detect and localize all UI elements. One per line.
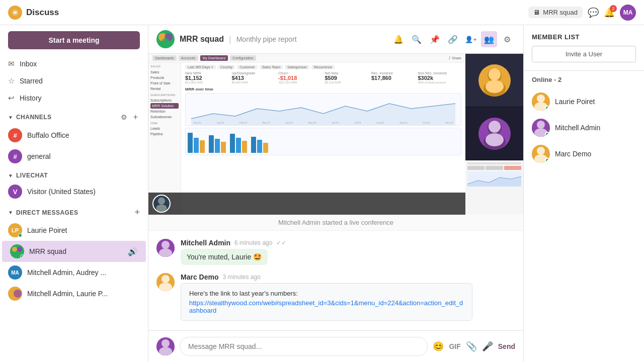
svg-point-23 (162, 275, 170, 283)
channels-settings-button[interactable]: ⚙ (119, 112, 129, 123)
sidebar-item-history[interactable]: ↩ History (0, 89, 148, 107)
search-button[interactable]: 🔍 (409, 31, 425, 47)
dm-toggle[interactable]: ▼ DIRECT MESSAGES (8, 209, 78, 216)
svg-point-32 (537, 121, 545, 129)
send-button[interactable]: Send (498, 342, 515, 350)
user-avatar[interactable]: MA (620, 5, 636, 21)
member-item-mitchell: Mitchell Admin (524, 115, 644, 141)
dm-item-mitchell-laurie[interactable]: Mitchell Admin, Laurie P... (0, 283, 148, 304)
message-header-mitchell: Mitchell Admin 6 minutes ago ✓✓ (181, 239, 515, 247)
online-dot-mitchell-member (545, 132, 550, 137)
online-dot-laurie-member (545, 106, 550, 111)
video-main-dashboard: Dashboards Accounts My Dashboard Configu… (148, 54, 465, 215)
message-text-mitchell: You're muted, Laurie 🤩 (187, 253, 262, 261)
channel-icon-buffalo: # (8, 128, 22, 142)
dm-item-mitchell-audrey[interactable]: MA Mitchell Admin, Audrey ... (0, 262, 148, 283)
dm-item-laurie[interactable]: LP Laurie Poiret (0, 220, 148, 241)
kpi-rec-invoiced-label: Rec. Invoiced (371, 71, 415, 75)
channels-actions: ⚙ + (119, 112, 140, 123)
input-user-avatar (156, 337, 175, 355)
settings-button[interactable]: ⚙ (499, 31, 515, 47)
kpi-new-mrr-value: $1,152 (185, 75, 229, 81)
emoji-button[interactable]: 😊 (433, 341, 444, 352)
notification-btn[interactable]: 🔔 2 (604, 7, 615, 18)
kpi-updown-label: Up/Downgrade (232, 71, 276, 75)
sidebar-item-starred[interactable]: ☆ Starred (0, 72, 148, 89)
dash-share-btn: ⤴ Share (449, 56, 461, 60)
dm-avatar-laurie: LP (8, 223, 22, 237)
svg-point-20 (162, 241, 170, 249)
sidebar-item-inbox[interactable]: ✉ Inbox (0, 55, 148, 72)
members-button[interactable]: 👥 (481, 31, 497, 47)
attach-button[interactable]: 🔗 (445, 31, 461, 47)
starred-icon: ☆ (8, 76, 15, 85)
topbar: Discuss 🖥 MRR squad 💬 🔔 2 MA (0, 0, 644, 25)
channel-item-general[interactable]: # general (0, 146, 148, 167)
svg-point-18 (486, 133, 504, 146)
filter-last365: Last 365 Days × (185, 65, 216, 69)
filter-reccurrence: Recurrence (311, 65, 335, 69)
kpi-updown-sub: $4,950 ARR (232, 81, 276, 84)
message-avatar-marc (156, 273, 175, 291)
dm-item-mrr-squad[interactable]: MRR squad 🔊 (2, 241, 146, 262)
channels-toggle[interactable]: ▼ CHANNELS (8, 114, 52, 121)
gif-button[interactable]: GIF (449, 342, 460, 350)
voice-button[interactable]: 🎤 (482, 341, 493, 352)
livechat-visitor-item[interactable]: V Visitor (United States) (0, 181, 148, 202)
bar-8 (236, 138, 241, 153)
chat-header-actions: 🔔 🔍 📌 🔗 👤+ 👥 ⚙ (390, 31, 515, 47)
dash-nav-accounts: Accounts (179, 55, 198, 61)
message-marc: Marc Demo 3 minutes ago Here's the link … (156, 273, 515, 321)
message-bubble-mitchell: You're muted, Laurie 🤩 (181, 249, 268, 265)
message-time-marc: 3 minutes ago (222, 274, 260, 281)
dash-nav-subsalesman: Subsalesman (150, 114, 179, 120)
participant-thumb-dashboard (465, 160, 523, 215)
dash-left-sidebar: SALES Sales Products Point of Sale Renta… (148, 63, 181, 215)
start-meeting-button[interactable]: Start a meeting (8, 31, 140, 49)
member-name-marc: Marc Demo (555, 150, 591, 158)
pin-button[interactable]: 📌 (427, 31, 443, 47)
attach-file-button[interactable]: 📎 (466, 341, 477, 352)
channels-add-button[interactable]: + (131, 112, 140, 123)
dashboard-mini-thumb (465, 160, 523, 215)
dash-topbar-right: ⤴ Share (449, 56, 461, 60)
video-bottom-bar (148, 193, 465, 215)
message-body-mitchell: Mitchell Admin 6 minutes ago ✓✓ You're m… (181, 239, 515, 265)
dash-main: Last 365 Days × Country Customer Sales T… (181, 63, 465, 215)
chart-x-labels: Dec'22Jan'23Feb'23Mar'23Apr'23May'23Jun'… (186, 121, 461, 124)
messages-area: Mitchell Admin 6 minutes ago ✓✓ You're m… (148, 231, 523, 330)
member-avatar-marc (532, 145, 550, 163)
add-user-button[interactable]: 👤+ (463, 31, 479, 47)
online-count: Online - 2 (524, 71, 644, 88)
message-link-url[interactable]: https://stealthywood.com/web#spreadsheet… (189, 299, 464, 314)
svg-point-8 (162, 38, 170, 46)
message-body-marc: Marc Demo 3 minutes ago Here's the link … (181, 273, 515, 321)
conference-status-bar: Mitchell Admin started a live conference (148, 215, 523, 231)
participant-thumb-laurie (465, 54, 523, 107)
kpi-net-new-sub: $6,110 ARR (325, 81, 369, 84)
kpi-net-new-label: Net New (325, 71, 369, 75)
dash-sales-label: SALES (150, 65, 179, 68)
bell-button[interactable]: 🔔 (390, 31, 407, 47)
dm-name-laurie: Laurie Poiret (27, 226, 140, 234)
message-input[interactable] (180, 337, 428, 356)
livechat-toggle[interactable]: ▼ LIVECHAT (0, 167, 148, 181)
channels-arrow-icon: ▼ (8, 115, 13, 120)
chat-icon-btn[interactable]: 💬 (588, 7, 599, 18)
dm-mute-icon-mrr: 🔊 (128, 247, 138, 256)
kpi-new-mrr-sub: $13,820 ARR (185, 81, 229, 84)
channel-item-buffalo[interactable]: # Buffalo Office (0, 125, 148, 146)
kpi-new-mrr: New MRR $1,152 $13,820 ARR (185, 71, 229, 84)
message-link-card-marc: Here's the link to last year's numbers: … (181, 283, 472, 321)
dash-nav-leads: Leads (150, 126, 179, 131)
main-layout: Start a meeting ✉ Inbox ☆ Starred ↩ Hist… (0, 0, 644, 362)
svg-point-3 (15, 251, 20, 256)
online-dot-mrr (20, 254, 24, 258)
dm-add-button[interactable]: + (134, 207, 140, 218)
svg-point-35 (537, 147, 545, 155)
dash-nav-dashboards: Dashboards (152, 55, 177, 61)
participant-avatar-laurie (478, 64, 511, 97)
dm-name-mitchell-laurie: Mitchell Admin, Laurie P... (27, 290, 140, 298)
invite-user-button[interactable]: Invite a User (532, 46, 636, 62)
dash-subscriptions-label: SUBSCRIPTIONS (150, 94, 179, 97)
